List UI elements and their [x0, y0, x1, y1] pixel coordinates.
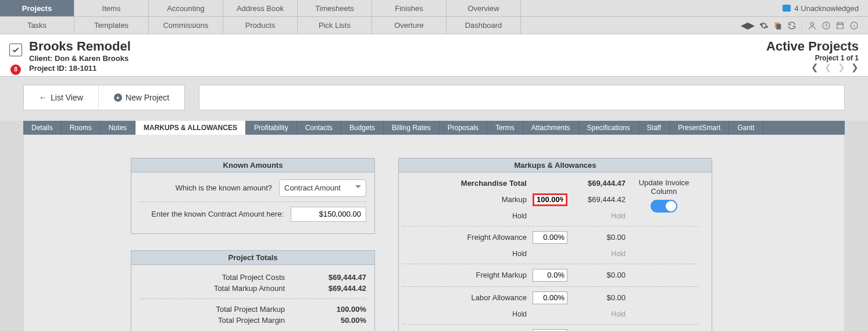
nav-finishes[interactable]: Finishes	[372, 0, 446, 16]
nav-pick-lists[interactable]: Pick Lists	[298, 17, 372, 34]
calendar-icon[interactable]	[835, 21, 845, 30]
total-project-markup-label: Total Project Markup	[140, 305, 302, 314]
clock-icon[interactable]	[821, 21, 831, 30]
nav-commissions[interactable]: Commissions	[149, 17, 223, 34]
svg-point-2	[810, 22, 813, 25]
total-project-margin-value: 50.00%	[302, 316, 366, 325]
nav-timesheets[interactable]: Timesheets	[298, 0, 372, 16]
labor-allowance-percent-input[interactable]	[533, 292, 567, 304]
merchandise-total-label: Merchandise Total	[402, 176, 530, 191]
content-area: Known Amounts Which is the known amount?…	[23, 135, 845, 331]
notification-badge[interactable]: 8	[10, 64, 21, 75]
labor-markup-value: $0.00	[571, 327, 629, 331]
update-invoice-toggle[interactable]	[651, 200, 677, 213]
user-icon[interactable]	[808, 21, 817, 30]
freight-allowance-hold-label: Hold	[402, 246, 530, 261]
freight-markup-label: Freight Markup	[402, 267, 530, 284]
tab-billing-rates[interactable]: Billing Rates	[384, 121, 440, 135]
known-amounts-panel: Known Amounts Which is the known amount?…	[131, 158, 375, 234]
nav-dashboard[interactable]: Dashboard	[446, 17, 521, 34]
nav-templates[interactable]: Templates	[74, 17, 149, 34]
total-markup-amount-value: $69,444.42	[302, 284, 366, 293]
refresh-icon[interactable]	[787, 21, 796, 30]
markup-hold-label: Hold	[402, 208, 530, 224]
first-record-icon[interactable]: ❮	[811, 62, 819, 73]
freight-markup-value: $0.00	[571, 267, 629, 284]
contract-amount-input[interactable]	[291, 207, 366, 222]
checklist-icon[interactable]	[9, 44, 22, 56]
nav-forward-icon[interactable]: ▶	[748, 21, 755, 30]
tab-staff[interactable]: Staff	[639, 121, 670, 135]
unacknowledged-notice[interactable]: 4 Unacknowledged	[783, 4, 859, 13]
tab-budgets[interactable]: Budgets	[341, 121, 384, 135]
project-header: 8 Brooks Remodel Client: Don & Karen Bro…	[0, 34, 868, 77]
new-project-label: New Project	[126, 93, 169, 102]
plus-icon: +	[114, 93, 122, 102]
markup-percent-input[interactable]	[533, 193, 567, 206]
freight-allowance-percent-input[interactable]	[533, 231, 567, 244]
tab-markups-allowances[interactable]: MARKUPS & ALLOWANCES	[135, 121, 246, 135]
markup-hold-value: Hold	[571, 208, 629, 224]
nav-address-book[interactable]: Address Book	[223, 0, 298, 16]
markup-value: $69,444.42	[571, 191, 629, 208]
tab-notes[interactable]: Notes	[101, 121, 135, 135]
project-totals-panel: Project Totals Total Project Costs $69,4…	[131, 250, 375, 331]
nav-products[interactable]: Products	[223, 17, 298, 34]
topnav-right: 4 Unacknowledged	[773, 0, 868, 16]
merchandise-total-value: $69,444.47	[571, 176, 629, 191]
action-bar: ← List View + New Project	[0, 77, 868, 121]
project-subtabs: Details Rooms Notes MARKUPS & ALLOWANCES…	[23, 121, 845, 135]
project-client: Client: Don & Karen Brooks	[29, 54, 766, 64]
project-counter: Project 1 of 1	[766, 54, 859, 62]
nav-tasks[interactable]: Tasks	[0, 17, 74, 34]
tab-rooms[interactable]: Rooms	[62, 121, 101, 135]
total-markup-amount-label: Total Markup Amount	[140, 284, 302, 293]
last-record-icon[interactable]: ❯	[851, 62, 859, 73]
svg-rect-1	[776, 24, 781, 29]
labor-allowance-hold-value: Hold	[571, 307, 629, 322]
tab-presentsmart[interactable]: PresentSmart	[670, 121, 729, 135]
top-navigation: Projects Items Accounting Address Book T…	[0, 0, 868, 34]
known-amounts-title: Known Amounts	[131, 159, 374, 172]
nav-accounting[interactable]: Accounting	[149, 0, 223, 16]
freight-allowance-value: $0.00	[571, 229, 629, 246]
freight-markup-percent-input[interactable]	[533, 269, 567, 282]
chat-icon	[783, 5, 791, 12]
project-title: Brooks Remodel	[29, 39, 766, 54]
tab-contacts[interactable]: Contacts	[297, 121, 341, 135]
tab-terms[interactable]: Terms	[487, 121, 523, 135]
list-view-label: List View	[51, 93, 83, 102]
tab-specifications[interactable]: Specifications	[579, 121, 639, 135]
nav-overview[interactable]: Overview	[446, 0, 521, 16]
known-amount-value: Contract Amount	[284, 184, 341, 192]
unacknowledged-label: 4 Unacknowledged	[794, 4, 859, 13]
total-project-costs-label: Total Project Costs	[140, 273, 302, 282]
tab-details[interactable]: Details	[23, 121, 62, 135]
new-project-button[interactable]: + New Project	[99, 85, 184, 110]
update-invoice-label: Update Invoice Column	[633, 178, 695, 196]
nav-overture[interactable]: Overture	[372, 17, 446, 34]
tab-gantt[interactable]: Gantt	[729, 121, 763, 135]
gear-icon[interactable]	[759, 21, 769, 30]
markups-allowances-panel: Markups & Allowances Merchandise Total $…	[398, 158, 712, 331]
contract-amount-label: Enter the known Contract Amount here:	[140, 210, 284, 218]
list-view-button[interactable]: ← List View	[24, 85, 99, 110]
nav-back-icon[interactable]: ◀	[741, 21, 748, 30]
project-totals-title: Project Totals	[131, 251, 374, 265]
known-amount-select[interactable]: Contract Amount	[279, 179, 366, 197]
nav-items[interactable]: Items	[74, 0, 149, 16]
copy-icon[interactable]	[773, 21, 783, 30]
nav-projects[interactable]: Projects	[0, 0, 74, 16]
tab-attachments[interactable]: Attachments	[523, 121, 579, 135]
active-projects-label: Active Projects	[766, 39, 859, 54]
action-bar-spacer	[199, 85, 845, 110]
project-status-icon-wrap: 8	[9, 39, 29, 74]
tab-profitability[interactable]: Profitability	[246, 121, 297, 135]
prev-record-icon[interactable]: ❮	[824, 62, 832, 73]
next-record-icon[interactable]: ❯	[838, 62, 845, 73]
tab-proposals[interactable]: Proposals	[440, 121, 487, 135]
labor-allowance-value: $0.00	[571, 289, 629, 307]
known-amount-label: Which is the known amount?	[140, 184, 272, 192]
total-project-markup-value: 100.00%	[302, 305, 366, 314]
info-icon[interactable]	[849, 21, 859, 30]
